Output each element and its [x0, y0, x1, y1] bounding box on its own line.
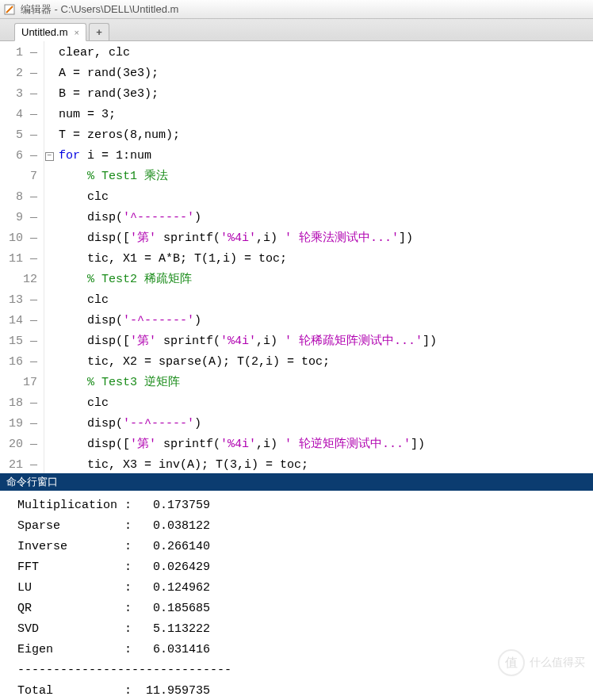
console-line: Multiplication : 0.173759 — [17, 495, 593, 516]
line-gutter: 1 —2 —3 —4 —5 —6 —78 —9 —10 —11 —1213 —1… — [0, 41, 44, 473]
line-number: 5 — — [0, 125, 42, 146]
code-line[interactable]: disp(['第' sprintf('%4i',i) ' 轮逆矩阵测试中...'… — [59, 434, 437, 455]
code-line[interactable]: disp('--^-----') — [59, 414, 437, 434]
window-title: 编辑器 - C:\Users\DELL\Untitled.m — [21, 2, 178, 17]
fold-guide — [44, 125, 54, 146]
watermark: 值 什么值得买 — [498, 649, 585, 676]
line-number: 12 — [0, 270, 42, 290]
fold-guide — [44, 331, 54, 352]
line-number: 16 — — [0, 352, 42, 373]
code-line[interactable]: clear, clc — [59, 43, 437, 63]
code-line[interactable]: disp('-^------') — [59, 311, 437, 331]
app-icon — [3, 3, 16, 16]
line-number: 11 — — [0, 249, 42, 270]
code-line[interactable]: B = rand(3e3); — [59, 84, 437, 105]
window-titlebar: 编辑器 - C:\Users\DELL\Untitled.m — [0, 0, 593, 19]
console-line: SVD : 5.113222 — [17, 619, 593, 640]
code-line[interactable]: num = 3; — [59, 105, 437, 125]
code-line[interactable]: disp(['第' sprintf('%4i',i) ' 轮乘法测试中...']… — [59, 228, 437, 249]
line-number: 19 — — [0, 414, 42, 434]
new-tab-button[interactable]: + — [89, 23, 109, 40]
code-line[interactable]: % Test3 逆矩阵 — [59, 373, 437, 393]
code-line[interactable]: disp(['第' sprintf('%4i',i) ' 轮稀疏矩阵测试中...… — [59, 331, 437, 352]
line-number: 3 — — [0, 84, 42, 105]
fold-guide — [44, 455, 54, 473]
line-number: 20 — — [0, 434, 42, 455]
fold-guide — [44, 249, 54, 270]
fold-guide — [44, 414, 54, 434]
line-number: 10 — — [0, 228, 42, 249]
fold-guide — [44, 228, 54, 249]
fold-guide — [44, 373, 54, 393]
tab-bar: Untitled.m × + — [0, 19, 593, 41]
console-line: FFT : 0.026429 — [17, 557, 593, 578]
line-number: 7 — [0, 166, 42, 187]
line-number: 13 — — [0, 290, 42, 311]
console-line: Inverse : 0.266140 — [17, 537, 593, 557]
line-number: 2 — — [0, 63, 42, 84]
code-line[interactable]: clc — [59, 187, 437, 208]
fold-guide — [44, 84, 54, 105]
code-line[interactable]: for i = 1:num — [59, 146, 437, 166]
code-line[interactable]: tic, X2 = sparse(A); T(2,i) = toc; — [59, 352, 437, 373]
code-area[interactable]: clear, clcA = rand(3e3);B = rand(3e3);nu… — [54, 41, 437, 473]
watermark-icon: 值 — [498, 649, 525, 676]
fold-toggle-icon[interactable] — [44, 146, 54, 166]
tab-label: Untitled.m — [21, 26, 68, 38]
code-editor[interactable]: 1 —2 —3 —4 —5 —6 —78 —9 —10 —11 —1213 —1… — [0, 41, 593, 473]
line-number: 17 — [0, 373, 42, 393]
code-line[interactable]: disp('^-------') — [59, 208, 437, 228]
fold-guide — [44, 43, 54, 63]
code-line[interactable]: clc — [59, 290, 437, 311]
console-line: Total : 11.959735 — [17, 681, 593, 700]
line-number: 4 — — [0, 105, 42, 125]
fold-guide — [44, 434, 54, 455]
fold-guide — [44, 352, 54, 373]
line-number: 14 — — [0, 311, 42, 331]
fold-guide — [44, 270, 54, 290]
plus-icon: + — [96, 26, 102, 38]
line-number: 9 — — [0, 208, 42, 228]
line-number: 15 — — [0, 331, 42, 352]
fold-column[interactable] — [44, 41, 54, 473]
tab-file[interactable]: Untitled.m × — [14, 23, 86, 41]
fold-guide — [44, 105, 54, 125]
fold-guide — [44, 393, 54, 414]
line-number: 21 — — [0, 455, 42, 473]
code-line[interactable]: tic, X1 = A*B; T(1,i) = toc; — [59, 249, 437, 270]
line-number: 1 — — [0, 43, 42, 63]
line-number: 8 — — [0, 187, 42, 208]
watermark-text: 什么值得买 — [530, 656, 585, 670]
fold-guide — [44, 63, 54, 84]
line-number: 18 — — [0, 393, 42, 414]
code-line[interactable]: tic, X3 = inv(A); T(3,i) = toc; — [59, 455, 437, 473]
fold-guide — [44, 208, 54, 228]
fold-guide — [44, 311, 54, 331]
code-line[interactable]: % Test2 稀疏矩阵 — [59, 270, 437, 290]
code-line[interactable]: clc — [59, 393, 437, 414]
fold-guide — [44, 187, 54, 208]
close-icon[interactable]: × — [75, 28, 79, 37]
console-title: 命令行窗口 — [6, 475, 58, 489]
fold-guide — [44, 290, 54, 311]
code-line[interactable]: T = zeros(8,num); — [59, 125, 437, 146]
code-line[interactable]: A = rand(3e3); — [59, 63, 437, 84]
console-header: 命令行窗口 — [0, 473, 593, 491]
fold-guide — [44, 166, 54, 187]
code-line[interactable]: % Test1 乘法 — [59, 166, 437, 187]
console-line: LU : 0.124962 — [17, 578, 593, 599]
console-line: Sparse : 0.038122 — [17, 516, 593, 537]
console-line: QR : 0.185685 — [17, 599, 593, 619]
line-number: 6 — — [0, 146, 42, 166]
